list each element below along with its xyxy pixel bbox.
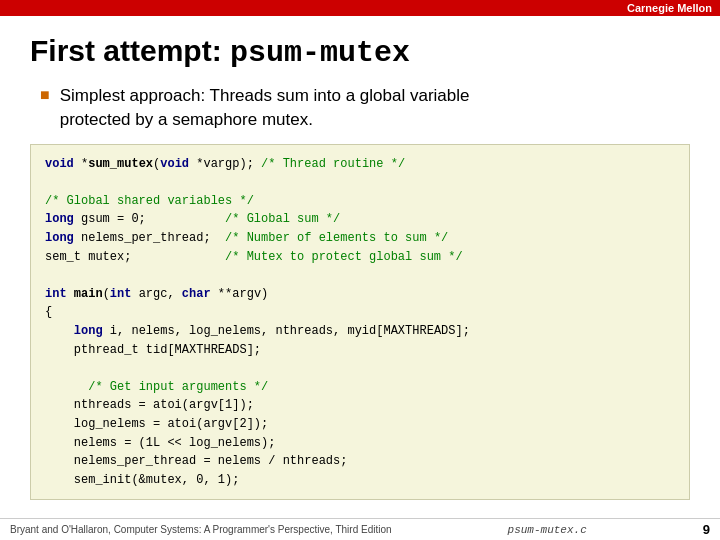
code-block: void *sum_mutex(void *vargp); /* Thread … (30, 144, 690, 501)
bullet-text: Simplest approach: Threads sum into a gl… (60, 84, 470, 132)
bullet-icon: ■ (40, 86, 50, 104)
bullet-line1: Simplest approach: Threads sum into a gl… (60, 86, 470, 105)
slide-number: 9 (703, 522, 710, 537)
university-label: Carnegie Mellon (627, 2, 712, 14)
bottom-bar: Bryant and O'Hallaron, Computer Systems:… (0, 518, 720, 540)
top-bar: Carnegie Mellon (0, 0, 720, 16)
bullet-line2: protected by a semaphore mutex. (60, 110, 313, 129)
filename-tag: psum-mutex.c (508, 524, 587, 536)
title-text: First attempt: (30, 34, 230, 67)
slide-title: First attempt: psum-mutex (30, 34, 690, 70)
title-mono: psum-mutex (230, 36, 410, 70)
footer-text: Bryant and O'Hallaron, Computer Systems:… (10, 524, 392, 535)
bullet-item: ■ Simplest approach: Threads sum into a … (30, 84, 690, 132)
slide-content: First attempt: psum-mutex ■ Simplest app… (0, 16, 720, 518)
